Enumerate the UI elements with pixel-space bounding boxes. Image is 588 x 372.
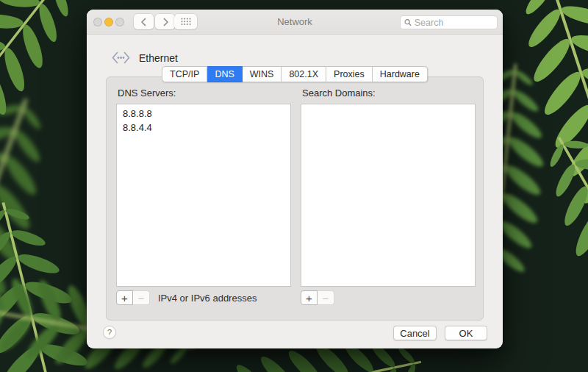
search-icon bbox=[404, 18, 412, 26]
show-all-preferences-button[interactable] bbox=[174, 14, 197, 29]
add-search-domain-button[interactable]: + bbox=[301, 290, 318, 305]
nav-button-group bbox=[134, 14, 175, 29]
domains-add-remove-group: + − bbox=[301, 290, 334, 305]
dns-servers-label: DNS Servers: bbox=[118, 87, 291, 99]
help-button[interactable]: ? bbox=[103, 326, 116, 339]
tab-proxies[interactable]: Proxies bbox=[326, 66, 373, 82]
app-grid-icon bbox=[181, 18, 191, 26]
forward-button[interactable] bbox=[155, 14, 175, 29]
search-input[interactable] bbox=[415, 18, 493, 28]
connection-header: Ethernet bbox=[111, 51, 178, 65]
zoom-window-button[interactable] bbox=[115, 18, 124, 26]
tab-bar: TCP/IP DNS WINS 802.1X Proxies Hardware bbox=[162, 66, 428, 82]
search-domains-list[interactable] bbox=[301, 104, 476, 287]
tab-hardware[interactable]: Hardware bbox=[373, 66, 428, 82]
search-domains-controls: + − bbox=[301, 290, 476, 305]
dns-server-row[interactable]: 8.8.8.8 bbox=[117, 107, 290, 121]
dns-add-remove-group: + − bbox=[116, 290, 150, 305]
search-domains-label: Search Domains: bbox=[302, 87, 476, 99]
tab-wins[interactable]: WINS bbox=[243, 66, 282, 82]
chevron-left-icon bbox=[140, 18, 148, 26]
ok-button[interactable]: OK bbox=[445, 326, 487, 340]
dns-server-row[interactable]: 8.8.4.4 bbox=[117, 121, 290, 135]
dns-address-hint: IPv4 or IPv6 addresses bbox=[158, 293, 257, 304]
chevron-right-icon bbox=[161, 18, 170, 26]
connection-name: Ethernet bbox=[139, 52, 178, 64]
window-title: Network bbox=[277, 16, 312, 27]
dns-servers-list[interactable]: 8.8.8.8 8.8.4.4 bbox=[116, 104, 291, 287]
cancel-button[interactable]: Cancel bbox=[393, 326, 437, 340]
title-bar: Network bbox=[87, 10, 503, 35]
tab-tcpip[interactable]: TCP/IP bbox=[162, 66, 207, 82]
back-button[interactable] bbox=[134, 14, 154, 29]
dns-servers-column: DNS Servers: 8.8.8.8 8.8.4.4 + − IPv4 or… bbox=[116, 87, 291, 305]
ethernet-icon bbox=[111, 51, 131, 65]
search-field[interactable] bbox=[400, 15, 498, 29]
dns-settings-panel: DNS Servers: 8.8.8.8 8.8.4.4 + − IPv4 or… bbox=[106, 76, 484, 321]
remove-dns-server-button[interactable]: − bbox=[133, 290, 150, 305]
tab-dns[interactable]: DNS bbox=[207, 66, 242, 82]
add-dns-server-button[interactable]: + bbox=[116, 290, 133, 305]
search-domains-column: Search Domains: + − bbox=[301, 87, 476, 305]
network-preferences-window: Network Ethernet TCP/IP DNS WINS 802.1X … bbox=[87, 10, 503, 348]
tab-8021x[interactable]: 802.1X bbox=[282, 66, 326, 82]
dns-servers-controls: + − IPv4 or IPv6 addresses bbox=[116, 290, 291, 305]
remove-search-domain-button[interactable]: − bbox=[318, 290, 334, 305]
minimize-window-button[interactable] bbox=[104, 18, 113, 26]
close-window-button[interactable] bbox=[93, 18, 102, 26]
